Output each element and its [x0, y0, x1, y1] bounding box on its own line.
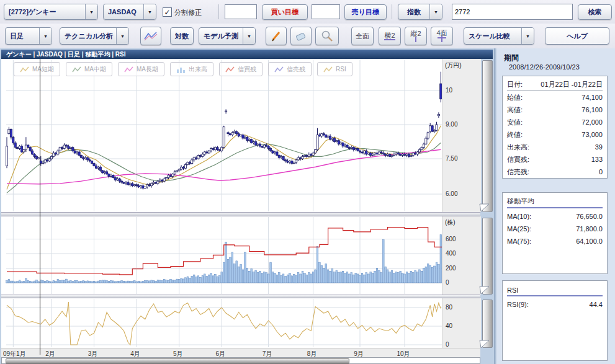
moving-average-box: 移動平均 MA(10):76,650.0MA(25):71,800.0MA(75… — [502, 192, 608, 274]
period-value: 2008/12/26-2009/10/23 — [509, 63, 580, 71]
price-scale-slider[interactable] — [482, 60, 493, 212]
index-dropdown[interactable]: 指数 ▼ — [398, 4, 442, 20]
axis-tick-label: 0 — [446, 341, 449, 348]
legend-label: 出来高 — [189, 65, 207, 74]
technical-analysis-dropdown[interactable]: テクニカル分析 ▼ — [60, 27, 129, 45]
chevron-down-icon[interactable]: ▼ — [521, 28, 534, 44]
info-row-value: 73,000 — [581, 131, 603, 138]
magnifier-icon — [321, 30, 333, 42]
line-series-icon — [124, 66, 134, 73]
info-row-value: 133 — [591, 156, 603, 163]
axis-tick-label: 80 — [446, 304, 452, 311]
legend-toggle-6[interactable]: 信売残 — [268, 62, 312, 76]
market-dropdown-value: JASDAQ — [104, 4, 143, 19]
info-row-value: 64,100.0 — [576, 237, 603, 245]
market-dropdown[interactable]: JASDAQ ▼ — [103, 4, 156, 20]
legend-label: RSI — [336, 66, 346, 73]
symbol-dropdown[interactable]: [2772]ゲンキー ▼ — [4, 4, 98, 20]
cursor-crosshair-line — [40, 59, 40, 355]
legend-toggle-5[interactable]: 信買残 — [219, 62, 263, 76]
draw-pencil-button[interactable] — [266, 27, 287, 45]
layout-horizontal2-button[interactable]: 横2 — [379, 27, 401, 45]
info-row: 出来高:39 — [507, 141, 603, 153]
log-scale-button[interactable]: 対数 — [170, 27, 194, 45]
volume-scale-slider[interactable] — [482, 218, 493, 295]
chevron-down-icon[interactable]: ▼ — [85, 4, 97, 19]
chevron-down-icon[interactable]: ▼ — [429, 4, 442, 19]
info-row: MA(75):64,100.0 — [507, 235, 603, 247]
layout-full-button[interactable]: 全面 — [351, 27, 374, 45]
period-dropdown-value: 日足 — [6, 28, 39, 44]
legend-toggle-2[interactable]: MA中期 — [66, 62, 112, 76]
quote-info-box: 日付:01月22日 -01月22日始値:74,100高値:76,100安値:72… — [502, 76, 608, 179]
info-row-value: 39 — [595, 143, 603, 151]
panel-divider[interactable] — [1, 212, 480, 216]
info-row-value: 76,100 — [581, 106, 603, 113]
buy-target-input[interactable] — [225, 4, 257, 19]
info-row: RSI(9):44.4 — [507, 298, 603, 311]
info-row-value: 74,100 — [581, 94, 603, 101]
vertical-split-icon — [415, 37, 416, 42]
axis-tick-label: 400 — [446, 250, 456, 257]
info-row: 終値:73,000 — [507, 128, 603, 141]
search-button[interactable]: 検索 — [578, 4, 612, 20]
search-input[interactable] — [452, 4, 573, 20]
chevron-down-icon[interactable]: ▼ — [116, 28, 128, 44]
sell-target-button[interactable]: 売り目標 — [344, 4, 387, 20]
layout-v2-label: 縦2 — [410, 30, 421, 37]
symbol-dropdown-value: [2772]ゲンキー — [4, 4, 85, 19]
volume-chart[interactable] — [1, 216, 442, 295]
price-panel-resize-handle[interactable] — [479, 203, 490, 212]
horizontal-scrollbar[interactable] — [1, 357, 480, 364]
line-series-icon — [72, 66, 82, 73]
info-row-label: 出来高: — [507, 143, 529, 152]
scale-compare-dropdown[interactable]: スケール比較 ▼ — [464, 27, 534, 45]
legend-label: MA長期 — [137, 65, 158, 74]
info-row-label: 日付: — [507, 80, 523, 89]
legend-toggle-1[interactable]: MA短期 — [14, 62, 60, 76]
info-row-value: 71,800.0 — [576, 225, 603, 233]
zoom-button[interactable] — [315, 27, 339, 45]
line-series-icon — [225, 66, 235, 73]
legend-label: 信売残 — [287, 65, 305, 74]
split-adjust-checkbox[interactable]: ✓ — [163, 7, 172, 17]
layout-full-label: 全面 — [356, 33, 369, 39]
buy-target-button-label: 買い目標 — [271, 7, 299, 17]
moving-average-title: 移動平均 — [507, 195, 603, 208]
chart-type-button[interactable] — [140, 27, 161, 45]
rsi-panel-resize-handle[interactable] — [479, 340, 490, 348]
info-row-label: 信売残: — [507, 167, 529, 177]
zigzag-lines-icon — [143, 30, 158, 42]
stock-chart-app: [2772]ゲンキー ▼ JASDAQ ▼ ✓ 分割修正 買い目標 売り目標 指… — [0, 0, 615, 364]
horizontal-scrollbar-thumb[interactable] — [6, 358, 349, 364]
volume-panel-resize-handle[interactable] — [479, 286, 490, 295]
layout-vertical2-button[interactable]: 縦2 — [405, 27, 427, 45]
price-chart[interactable] — [1, 59, 442, 212]
legend-toggle-4[interactable]: 出来高 — [170, 62, 213, 76]
chart-title-bar: ゲンキー | JASDAQ | 日足 | 移動平均 | RSI — [1, 50, 493, 59]
technical-analysis-value: テクニカル分析 — [60, 28, 116, 44]
model-forecast-dropdown[interactable]: モデル予測 ▼ — [199, 27, 256, 45]
chevron-down-icon[interactable]: ▼ — [143, 4, 156, 19]
layout-quad-button[interactable]: 4面 — [431, 27, 453, 45]
legend-toggle-3[interactable]: MA長期 — [118, 62, 164, 76]
rsi-chart[interactable] — [1, 298, 442, 348]
info-row: 高値:76,100 — [507, 104, 603, 116]
sell-target-input[interactable] — [312, 4, 340, 19]
buy-target-button[interactable]: 買い目標 — [262, 4, 308, 20]
eraser-icon — [295, 30, 307, 42]
info-row-label: 高値: — [507, 105, 523, 115]
log-scale-label: 対数 — [175, 32, 189, 41]
axis-tick-label: 600 — [446, 236, 456, 242]
period-dropdown[interactable]: 日足 ▼ — [5, 27, 52, 45]
sell-target-button-label: 売り目標 — [352, 7, 379, 17]
info-row-value: 01月22日 -01月22日 — [541, 80, 603, 89]
help-button[interactable]: ヘルプ — [545, 27, 609, 45]
chevron-down-icon[interactable]: ▼ — [39, 28, 52, 44]
layout-h2-label: 横2 — [384, 32, 395, 38]
eraser-button[interactable] — [290, 27, 312, 45]
legend-toggle-7[interactable]: RSI — [317, 62, 352, 76]
chevron-down-icon[interactable]: ▼ — [243, 28, 255, 44]
help-button-label: ヘルプ — [567, 32, 588, 41]
info-row-label: MA(25): — [507, 225, 531, 233]
